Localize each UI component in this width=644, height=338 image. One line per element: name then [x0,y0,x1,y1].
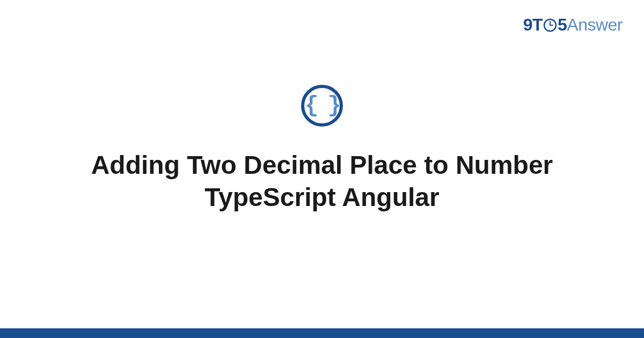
clock-icon [543,18,557,32]
footer-accent-bar [0,328,644,338]
page-title: Adding Two Decimal Place to Number TypeS… [0,149,644,214]
site-logo: 9T5Answer [523,15,623,35]
logo-text-5: 5 [558,15,567,34]
logo-text-answer: Answer [567,15,623,34]
logo-text-9t: 9T [523,15,543,34]
code-braces-icon: { } [305,94,339,117]
topic-icon: { } [301,85,343,127]
